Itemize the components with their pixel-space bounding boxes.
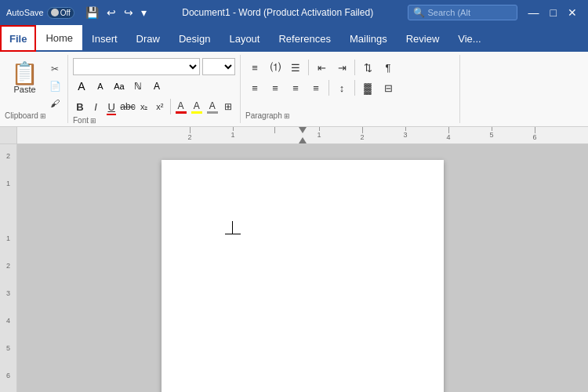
font-color-icon: A <box>178 100 184 111</box>
paste-button[interactable]: 📋 Paste <box>5 61 45 96</box>
v-ruler-tick: 2 <box>0 262 16 270</box>
undo-icon[interactable]: ↩ <box>105 5 118 20</box>
align-right-button[interactable]: ≡ <box>286 78 305 97</box>
ruler-container: 21123456 <box>0 127 588 144</box>
font-expand-icon[interactable]: ⊞ <box>90 117 96 125</box>
strikethrough-button[interactable]: abc <box>120 97 135 116</box>
font-divider <box>170 99 171 114</box>
superscript-button[interactable]: x² <box>153 97 167 116</box>
font-name-select[interactable] <box>73 58 200 75</box>
menu-references[interactable]: References <box>269 25 339 52</box>
maximize-button[interactable]: □ <box>546 6 561 19</box>
decrease-indent-button[interactable]: ⇤ <box>312 58 331 77</box>
menu-layout[interactable]: Layout <box>220 25 269 52</box>
shading-para-button[interactable]: ▓ <box>358 78 377 97</box>
menu-insert[interactable]: Insert <box>82 25 127 52</box>
text-shading-button[interactable]: A <box>205 97 220 116</box>
v-ruler-tick: 4 <box>0 317 16 325</box>
para-div4 <box>354 80 355 96</box>
clipboard-expand-icon[interactable]: ⊞ <box>40 112 46 120</box>
ruler-tick: 1 <box>318 127 321 139</box>
multilevel-list-button[interactable]: ☰ <box>286 58 305 77</box>
italic-button[interactable]: I <box>89 97 103 116</box>
numbering-button[interactable]: ⑴ <box>266 58 285 77</box>
align-center-button[interactable]: ≡ <box>266 78 285 97</box>
v-ruler-tick: 1 <box>0 234 16 242</box>
bullets-button[interactable]: ≡ <box>245 58 264 77</box>
subscript-button[interactable]: x₂ <box>137 97 151 116</box>
underline-button[interactable]: U <box>104 97 118 116</box>
copy-button[interactable]: 📄 <box>47 78 63 94</box>
change-case-button[interactable]: Aa <box>111 78 128 95</box>
font-format-row: B I U abc x₂ x² A A A ⊞ <box>73 97 235 116</box>
autosave-toggle[interactable]: Off <box>47 7 74 19</box>
vertical-ruler[interactable]: 2112345678 <box>0 144 17 392</box>
para-div3 <box>328 80 329 96</box>
ruler-marker-top[interactable] <box>299 127 307 133</box>
title-bar: AutoSave Off 💾 ↩ ↪ ▾ Document1 - Word (P… <box>0 0 588 25</box>
close-button[interactable]: ✕ <box>563 6 582 19</box>
menu-home[interactable]: Home <box>36 25 82 52</box>
paragraph-label: Paragraph ⊞ <box>245 111 455 120</box>
cut-button[interactable]: ✂ <box>47 61 63 77</box>
menu-design[interactable]: Design <box>169 25 220 52</box>
menu-draw[interactable]: Draw <box>127 25 169 52</box>
border-button[interactable]: ⊞ <box>221 97 235 116</box>
para-row1: ≡ ⑴ ☰ ⇤ ⇥ ⇅ ¶ <box>245 58 455 77</box>
para-div2 <box>354 60 355 75</box>
highlight-icon: A <box>194 100 200 111</box>
search-bar[interactable]: 🔍 <box>408 5 517 20</box>
ruler-tick: 3 <box>404 127 408 139</box>
text-effects-button[interactable]: A <box>148 78 165 95</box>
page-area[interactable] <box>17 144 588 392</box>
sort-button[interactable]: ⇅ <box>358 58 377 77</box>
v-ruler-tick: 6 <box>0 372 16 379</box>
font-color-bar <box>176 111 187 114</box>
v-ruler-tick: 2 <box>0 152 16 160</box>
menu-view[interactable]: Vie... <box>448 25 490 52</box>
content-area: 2112345678 <box>0 144 588 392</box>
font-label: Font ⊞ <box>73 116 235 125</box>
horizontal-ruler[interactable]: 21123456 <box>17 127 588 143</box>
align-left-button[interactable]: ≡ <box>245 78 264 97</box>
shading-icon: A <box>209 100 216 111</box>
decrease-font-size-button[interactable]: A <box>92 78 109 95</box>
redo-icon[interactable]: ↪ <box>122 5 135 20</box>
paste-label: Paste <box>13 85 35 94</box>
ruler-tick: 4 <box>447 127 451 141</box>
clipboard-small-icons: ✂ 📄 🖌 <box>47 61 63 111</box>
toggle-dot <box>51 9 59 16</box>
clear-formatting-button[interactable]: ℕ <box>129 78 147 95</box>
customize-icon[interactable]: ▾ <box>140 5 148 20</box>
line-spacing-button[interactable]: ↕ <box>332 78 351 97</box>
document-page[interactable] <box>162 160 444 392</box>
increase-indent-button[interactable]: ⇥ <box>332 58 351 77</box>
shading-para-icon: ▓ <box>364 82 371 94</box>
menu-mailings[interactable]: Mailings <box>340 25 397 52</box>
ruler-tick <box>274 127 275 133</box>
highlight-color-button[interactable]: A <box>190 97 204 116</box>
clipboard-label: Clipboard ⊞ <box>5 111 63 120</box>
minimize-button[interactable]: — <box>524 6 544 19</box>
paragraph-expand-icon[interactable]: ⊞ <box>284 112 290 120</box>
font-color-button[interactable]: A <box>174 97 188 116</box>
search-input[interactable] <box>428 8 506 17</box>
menu-review[interactable]: Review <box>397 25 449 52</box>
search-icon: 🔍 <box>413 7 425 18</box>
save-icon[interactable]: 💾 <box>84 5 100 20</box>
show-hide-button[interactable]: ¶ <box>379 58 397 77</box>
para-div1 <box>308 60 309 75</box>
justify-button[interactable]: ≡ <box>307 78 325 97</box>
para-row2: ≡ ≡ ≡ ≡ ↕ ▓ ⊟ <box>245 78 455 97</box>
paste-icon: 📋 <box>11 63 38 85</box>
format-painter-button[interactable]: 🖌 <box>47 96 63 111</box>
font-group: A A Aa ℕ A B I U abc x₂ x² A A A <box>68 55 241 123</box>
increase-font-size-button[interactable]: A <box>73 78 90 95</box>
font-size-select[interactable] <box>202 58 235 75</box>
bold-button[interactable]: B <box>73 97 87 116</box>
borders-para-button[interactable]: ⊟ <box>379 78 397 97</box>
v-ruler-tick: 1 <box>0 180 16 187</box>
window-controls: — □ ✕ <box>524 6 582 19</box>
ruler-marker-bottom[interactable] <box>299 137 307 143</box>
menu-file[interactable]: File <box>0 25 36 52</box>
